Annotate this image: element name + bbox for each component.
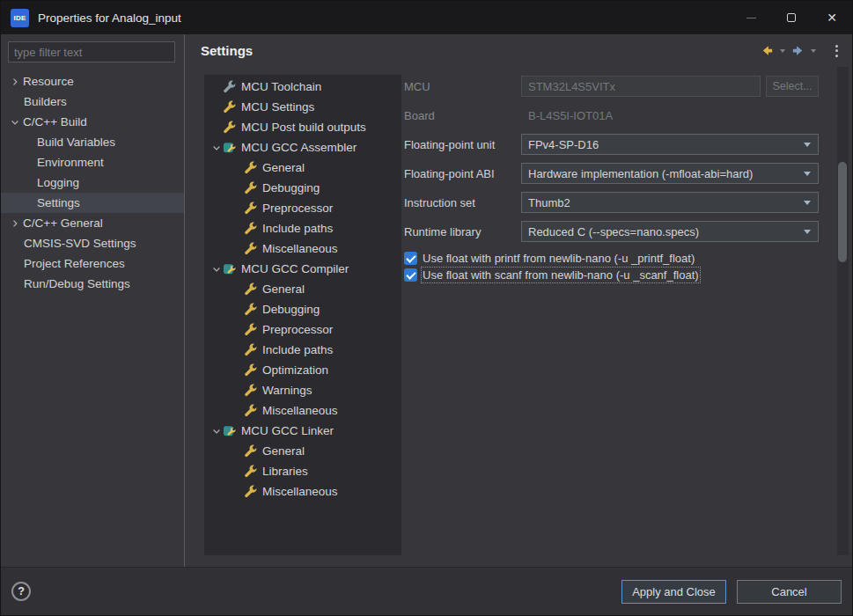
header-toolbar <box>760 43 843 58</box>
mcu-select-button: Select... <box>766 76 819 97</box>
forward-history-caret-icon[interactable] <box>811 49 816 53</box>
chevron-down-icon[interactable] <box>7 117 23 128</box>
sidebar-item-cpp-build[interactable]: C/C++ Build <box>1 112 184 132</box>
sidebar-item-run-debug-settings[interactable]: Run/Debug Settings <box>1 274 184 294</box>
close-button[interactable]: ✕ <box>812 1 852 34</box>
tool-tree-item-assembler-miscellaneous[interactable]: Miscellaneous <box>204 238 401 259</box>
tool-icon <box>244 303 257 316</box>
tool-icon <box>244 404 257 417</box>
tool-tree-label: Preprocessor <box>262 202 333 215</box>
tool-tree-label: Miscellaneous <box>262 404 338 417</box>
mcu-field <box>521 76 761 97</box>
sidebar-item-resource[interactable]: Resource <box>1 71 184 92</box>
instruction-set-dropdown[interactable]: Thumb2 <box>521 192 819 213</box>
float-abi-label: Floating-point ABI <box>404 167 521 180</box>
back-history-caret-icon[interactable] <box>780 49 785 53</box>
sidebar-item-label: CMSIS-SVD Settings <box>24 237 136 250</box>
tool-icon <box>244 323 257 336</box>
runtime-library-value: Reduced C (--specs=nano.specs) <box>528 225 699 238</box>
sidebar-item-environment[interactable]: Environment <box>1 152 184 172</box>
tool-tree-item-compiler-miscellaneous[interactable]: Miscellaneous <box>204 400 401 421</box>
tool-tree-label: Preprocessor <box>262 323 333 336</box>
scanf-float-checkbox[interactable] <box>404 268 417 282</box>
tool-icon <box>244 343 257 356</box>
tool-tree-item-assembler-include-paths[interactable]: Include paths <box>204 218 401 238</box>
board-value: B-L4S5I-IOT01A <box>521 105 819 126</box>
dialog-footer: ? Apply and Close Cancel <box>1 567 852 615</box>
help-button[interactable]: ? <box>11 582 31 601</box>
mcu-label: MCU <box>404 80 521 93</box>
tool-tree-item-mcu-gcc-assembler[interactable]: MCU GCC Assembler <box>204 137 401 158</box>
back-button[interactable] <box>760 43 775 58</box>
scrollbar-thumb[interactable] <box>838 162 847 262</box>
tool-tree-label: Optimization <box>262 363 328 377</box>
sidebar-item-label: Project References <box>24 257 125 270</box>
tool-tree-label: Miscellaneous <box>262 242 338 255</box>
minimize-button[interactable] <box>731 1 771 34</box>
settings-header: Settings <box>185 34 852 67</box>
tool-icon <box>244 282 257 296</box>
float-abi-dropdown[interactable]: Hardware implementation (-mfloat-abi=har… <box>521 163 819 184</box>
tool-tree-item-linker-libraries[interactable]: Libraries <box>204 461 401 481</box>
tool-tree-item-linker-general[interactable]: General <box>204 441 401 461</box>
sidebar-item-cmsis-svd-settings[interactable]: CMSIS-SVD Settings <box>1 233 184 253</box>
maximize-button[interactable] <box>771 1 812 34</box>
cancel-button[interactable]: Cancel <box>737 580 842 604</box>
sidebar-item-build-variables[interactable]: Build Variables <box>1 132 184 152</box>
tool-tree-item-assembler-preprocessor[interactable]: Preprocessor <box>204 198 401 218</box>
tool-icon <box>244 485 257 498</box>
tool-tree-item-compiler-warnings[interactable]: Warnings <box>204 380 401 400</box>
tool-icon <box>223 100 236 114</box>
title-bar: IDE Properties for Analog_input ✕ <box>1 1 852 34</box>
tool-tree-item-linker-miscellaneous[interactable]: Miscellaneous <box>204 481 401 502</box>
apply-and-close-button[interactable]: Apply and Close <box>621 580 726 604</box>
sidebar-item-settings[interactable]: Settings <box>1 193 184 213</box>
tool-tree-label: Debugging <box>262 181 320 194</box>
sidebar-item-label: Settings <box>37 196 80 209</box>
minimize-icon <box>746 18 756 18</box>
tool-tree-label: Debugging <box>262 303 320 316</box>
fpu-label: Floating-point unit <box>404 138 521 151</box>
vertical-scrollbar[interactable] <box>837 67 849 555</box>
chevron-down-icon[interactable] <box>210 264 223 275</box>
tool-icon <box>244 161 257 174</box>
tool-tree-item-mcu-gcc-linker[interactable]: MCU GCC Linker <box>204 421 401 441</box>
tool-icon <box>244 444 257 458</box>
float-abi-value: Hardware implementation (-mfloat-abi=har… <box>528 167 753 180</box>
printf-float-option: Use float with printf from newlib-nano (… <box>404 250 819 266</box>
fpu-value: FPv4-SP-D16 <box>528 138 599 151</box>
tool-tree-item-compiler-debugging[interactable]: Debugging <box>204 299 401 319</box>
chevron-right-icon[interactable] <box>7 77 23 87</box>
sidebar-item-logging[interactable]: Logging <box>1 172 184 193</box>
settings-content: MCU Toolchain MCU Settings MCU Post buil… <box>185 67 852 567</box>
view-menu-button[interactable] <box>830 45 843 57</box>
tool-tree-item-assembler-general[interactable]: General <box>204 158 401 178</box>
sidebar-item-builders[interactable]: Builders <box>1 92 184 112</box>
chevron-down-icon[interactable] <box>210 143 223 153</box>
help-icon: ? <box>18 585 25 598</box>
chevron-right-icon[interactable] <box>7 218 23 229</box>
maximize-icon <box>787 13 796 22</box>
page-title: Settings <box>201 43 253 58</box>
printf-float-checkbox[interactable] <box>404 252 417 265</box>
tool-icon <box>244 202 257 215</box>
tool-tree-item-compiler-include-paths[interactable]: Include paths <box>204 340 401 360</box>
runtime-library-dropdown[interactable]: Reduced C (--specs=nano.specs) <box>521 221 819 242</box>
scanf-float-label: Use float with scanf from newlib-nano (-… <box>423 268 699 282</box>
sidebar-item-cpp-general[interactable]: C/C++ General <box>1 213 184 233</box>
sidebar-item-label: C/C++ Build <box>23 115 87 128</box>
forward-button[interactable] <box>790 43 805 58</box>
chevron-down-icon[interactable] <box>210 426 223 436</box>
tool-tree-item-mcu-toolchain[interactable]: MCU Toolchain <box>204 77 401 97</box>
tool-tree-item-compiler-optimization[interactable]: Optimization <box>204 360 401 380</box>
tool-tree-item-mcu-settings[interactable]: MCU Settings <box>204 97 401 117</box>
tool-tree-item-mcu-post-build-outputs[interactable]: MCU Post build outputs <box>204 117 401 137</box>
fpu-dropdown[interactable]: FPv4-SP-D16 <box>521 134 819 155</box>
sidebar-item-project-references[interactable]: Project References <box>1 253 184 274</box>
tool-tree-item-compiler-general[interactable]: General <box>204 279 401 299</box>
sidebar-item-label: Build Variables <box>37 136 115 149</box>
tool-tree-item-assembler-debugging[interactable]: Debugging <box>204 178 401 198</box>
filter-input[interactable] <box>8 41 175 62</box>
tool-tree-item-mcu-gcc-compiler[interactable]: MCU GCC Compiler <box>204 259 401 279</box>
tool-tree-item-compiler-preprocessor[interactable]: Preprocessor <box>204 319 401 340</box>
